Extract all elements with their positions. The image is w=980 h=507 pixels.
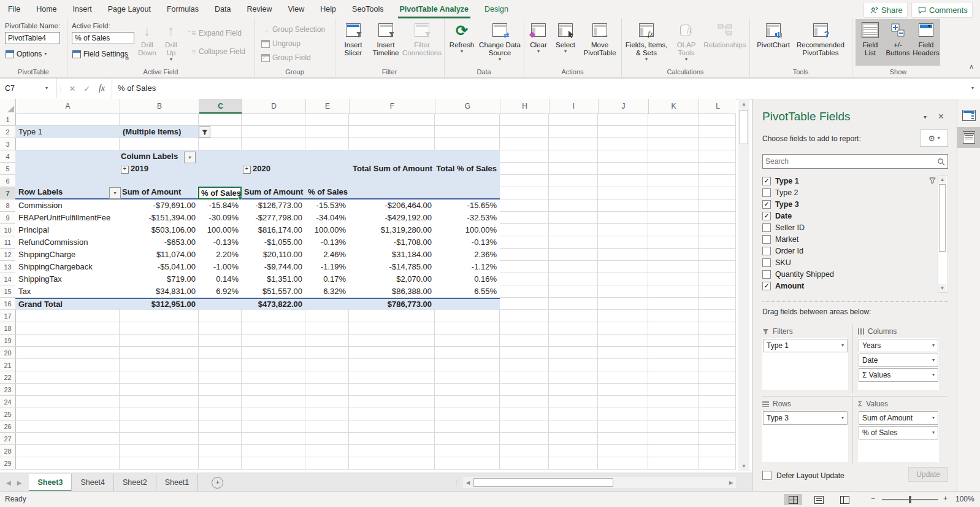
horizontal-scrollbar[interactable]: ◀ ▶ bbox=[463, 477, 736, 488]
pivot-data-row[interactable]: Tax $34,831.00 6.92% $51,557.00 6.32% $8… bbox=[15, 285, 500, 298]
values-item-pct-of-sales[interactable]: % of Sales▾ bbox=[859, 426, 938, 439]
row-header[interactable]: 15 bbox=[0, 285, 15, 298]
filter-connections-button[interactable]: Filter Connections bbox=[402, 20, 442, 57]
clear-button[interactable]: ◆ Clear ▾ bbox=[526, 20, 551, 54]
column-header[interactable]: I bbox=[549, 99, 599, 114]
row-header[interactable]: 14 bbox=[0, 273, 15, 285]
insert-slicer-button[interactable]: Insert Slicer bbox=[339, 20, 368, 57]
column-header[interactable]: G bbox=[435, 99, 500, 114]
column-header[interactable]: H bbox=[500, 99, 549, 114]
sheet-tab-sheet4[interactable]: Sheet4 bbox=[72, 474, 114, 492]
search-input[interactable] bbox=[763, 157, 937, 166]
pivot-subheader-b[interactable]: Sum of Amount bbox=[122, 186, 181, 198]
column-header[interactable]: J bbox=[599, 99, 649, 114]
row-header[interactable]: 3 bbox=[0, 138, 15, 150]
row-header[interactable]: 11 bbox=[0, 236, 15, 249]
search-box[interactable] bbox=[762, 154, 948, 169]
checkbox-checked[interactable]: ✓ bbox=[762, 200, 771, 209]
column-header[interactable]: K bbox=[649, 99, 699, 114]
chevron-down-icon[interactable]: ▾ bbox=[932, 416, 935, 420]
tools-gear-button[interactable]: ⚙▾ bbox=[920, 130, 948, 147]
field-item-type1[interactable]: ✓Type 1 bbox=[762, 175, 948, 187]
zoom-in-icon[interactable]: + bbox=[943, 494, 947, 503]
filters-area-box[interactable]: Type 1▾ bbox=[762, 338, 848, 390]
row-header[interactable]: 18 bbox=[0, 322, 15, 335]
field-settings-button[interactable]: ⚙ Field Settings bbox=[72, 48, 128, 60]
grand-total-2020[interactable]: $473,822.00 bbox=[242, 299, 305, 310]
field-item-sku[interactable]: SKU bbox=[762, 257, 948, 268]
column-header[interactable]: A bbox=[16, 99, 120, 114]
scroll-right-icon[interactable]: ▶ bbox=[726, 477, 736, 488]
scroll-left-icon[interactable]: ◀ bbox=[463, 477, 473, 488]
collapse-ribbon-chevron[interactable]: ∧ bbox=[969, 63, 974, 71]
field-list-toggle[interactable]: Field List bbox=[858, 20, 882, 57]
column-header[interactable]: E bbox=[306, 99, 350, 114]
pivot-data-row[interactable]: ShippingCharge $11,074.00 2.20% $20,110.… bbox=[15, 249, 500, 261]
pivot-filter-field-cell[interactable]: Type 1 bbox=[18, 126, 42, 138]
checkbox-unchecked[interactable] bbox=[762, 235, 771, 244]
sheet-tab-sheet1[interactable]: Sheet1 bbox=[156, 474, 199, 492]
grand-total-all[interactable]: $786,773.00 bbox=[349, 299, 435, 310]
change-data-source-button[interactable]: ⇄ Change Data Source ▾ bbox=[478, 20, 521, 62]
field-list-scroll-up-icon[interactable]: ▲ bbox=[938, 176, 946, 184]
search-icon[interactable] bbox=[937, 158, 945, 166]
tab-view[interactable]: View bbox=[280, 0, 312, 18]
grid-vertical-scrollbar[interactable]: ▲ ▼ bbox=[738, 99, 749, 471]
row-header[interactable]: 22 bbox=[0, 371, 15, 384]
pivot-data-row[interactable]: ShippingChargeback -$5,041.00 -1.00% -$9… bbox=[15, 261, 500, 273]
expand-field-button[interactable]: ⁺≡ Expand Field bbox=[187, 27, 242, 39]
page-break-view-button[interactable] bbox=[835, 494, 854, 505]
row-header[interactable]: 19 bbox=[0, 335, 15, 347]
pivot-data-row[interactable]: ShippingTax $719.00 0.14% $1,351.00 0.17… bbox=[15, 273, 500, 285]
formula-input[interactable]: % of Sales bbox=[118, 79, 156, 98]
field-item-type3[interactable]: ✓Type 3 bbox=[762, 198, 948, 210]
pivot-row-labels-cell[interactable]: Row Labels bbox=[18, 186, 63, 198]
column-header[interactable]: L bbox=[699, 99, 736, 114]
pivot-data-row[interactable]: RefundCommission -$653.00 -0.13% -$1,055… bbox=[15, 236, 500, 249]
pivot-year-2019-cell[interactable]: +2019 bbox=[121, 163, 148, 175]
field-item-market[interactable]: Market bbox=[762, 233, 948, 245]
chevron-down-icon[interactable]: ▾ bbox=[932, 343, 935, 348]
checkbox-unchecked[interactable] bbox=[762, 223, 771, 232]
expand-formula-bar-icon[interactable]: ▾ bbox=[965, 79, 980, 98]
drill-up-button[interactable]: ↑ Drill Up ▾ bbox=[160, 20, 182, 62]
pivot-year-2020-cell[interactable]: +2020 bbox=[243, 163, 270, 175]
pivot-column-labels-cell[interactable]: Column Labels bbox=[121, 150, 178, 163]
checkbox-checked[interactable]: ✓ bbox=[762, 177, 771, 185]
field-item-date[interactable]: ✓Date bbox=[762, 210, 948, 222]
defer-checkbox[interactable] bbox=[762, 471, 771, 480]
plusminus-buttons-toggle[interactable]: +/- Buttons bbox=[884, 20, 912, 57]
row-header[interactable]: 27 bbox=[0, 433, 15, 445]
select-button[interactable]: Select ▾ bbox=[552, 20, 579, 54]
pivottable-name-input[interactable]: PivotTable4 bbox=[5, 32, 60, 44]
tab-splitter-handle[interactable]: ⋮ bbox=[454, 479, 460, 486]
group-field-button[interactable]: 7 Group Field bbox=[261, 52, 311, 64]
pivot-filter-value-cell[interactable]: (Multiple Items) bbox=[123, 126, 181, 138]
values-area-box[interactable]: Sum of Amount▾ % of Sales▾ bbox=[858, 411, 939, 462]
sheet-nav-right-icon[interactable]: ▶ bbox=[15, 479, 29, 486]
update-button[interactable]: Update bbox=[908, 467, 948, 482]
horizontal-scroll-thumb[interactable] bbox=[473, 478, 613, 487]
row-header[interactable]: 25 bbox=[0, 408, 15, 420]
columns-item-years[interactable]: Years▾ bbox=[859, 339, 938, 352]
pane-close-icon[interactable]: × bbox=[938, 111, 944, 122]
sheet-nav-left-icon[interactable]: ◀ bbox=[0, 479, 15, 486]
selected-cell-c7[interactable]: % of Sales bbox=[198, 187, 242, 199]
share-button[interactable]: Share bbox=[863, 2, 908, 18]
chevron-down-icon[interactable]: ▾ bbox=[932, 373, 935, 377]
pivot-subheader-d[interactable]: Sum of Amount bbox=[244, 186, 303, 198]
checkbox-unchecked[interactable] bbox=[762, 270, 771, 279]
pivotchart-button[interactable]: PivotChart bbox=[754, 20, 792, 49]
zoom-out-icon[interactable]: − bbox=[871, 494, 875, 503]
options-button[interactable]: Options▾ bbox=[5, 48, 47, 60]
normal-view-button[interactable] bbox=[784, 494, 802, 505]
comments-button[interactable]: Comments bbox=[911, 2, 973, 18]
formula-bar-handle[interactable]: ⋮ bbox=[56, 79, 65, 98]
checkbox-unchecked[interactable] bbox=[762, 188, 771, 197]
tab-data[interactable]: Data bbox=[207, 0, 239, 18]
tab-file[interactable]: File bbox=[0, 0, 28, 18]
row-header[interactable]: 20 bbox=[0, 347, 15, 359]
field-list-scrollbar[interactable]: ▲ ▼ bbox=[938, 175, 948, 293]
field-item-orderid[interactable]: Order Id bbox=[762, 245, 948, 257]
zoom-level[interactable]: 100% bbox=[955, 495, 974, 503]
